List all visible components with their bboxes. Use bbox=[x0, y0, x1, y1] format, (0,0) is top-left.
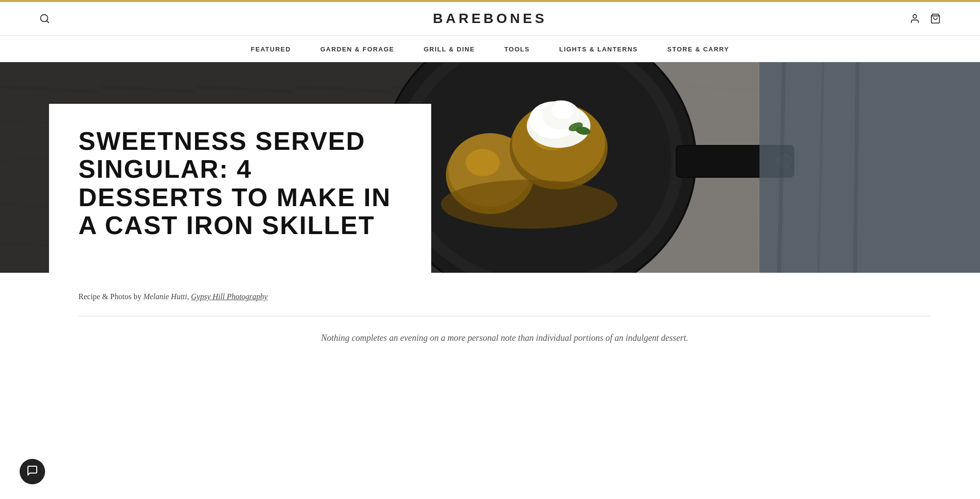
svg-line-1 bbox=[47, 21, 49, 23]
byline-link[interactable]: Gypsy Hill Photography bbox=[191, 292, 268, 301]
nav-item-garden-forage[interactable]: GARDEN & FORAGE bbox=[320, 46, 394, 53]
nav-item-featured[interactable]: FEATURED bbox=[251, 46, 291, 53]
nav-item-grill-dine[interactable]: GRILL & DINE bbox=[424, 46, 475, 53]
article-divider bbox=[78, 316, 931, 316]
hero-section: SWEETNESS SERVED SINGULAR: 4 DESSERTS TO… bbox=[0, 62, 980, 273]
search-button[interactable] bbox=[39, 13, 50, 24]
svg-point-28 bbox=[441, 180, 617, 229]
byline-static: Recipe & Photos by bbox=[78, 292, 143, 301]
search-icon bbox=[39, 13, 50, 24]
svg-point-2 bbox=[913, 15, 916, 18]
main-content: Recipe & Photos by Melanie Hutti, Gypsy … bbox=[0, 273, 980, 420]
svg-point-25 bbox=[552, 101, 573, 119]
svg-point-18 bbox=[466, 149, 500, 176]
svg-rect-33 bbox=[760, 62, 980, 273]
byline-author: Melanie Hutti, bbox=[143, 292, 189, 301]
main-nav: FEATURED GARDEN & FORAGE GRILL & DINE TO… bbox=[0, 36, 980, 62]
article-title: SWEETNESS SERVED SINGULAR: 4 DESSERTS TO… bbox=[78, 127, 402, 239]
svg-line-36 bbox=[855, 62, 858, 273]
header-left bbox=[39, 13, 78, 24]
article-card: SWEETNESS SERVED SINGULAR: 4 DESSERTS TO… bbox=[49, 104, 431, 273]
cart-button[interactable] bbox=[930, 13, 941, 24]
site-logo[interactable]: BAREBONES bbox=[78, 11, 902, 26]
account-button[interactable] bbox=[909, 13, 920, 24]
article-byline: Recipe & Photos by Melanie Hutti, Gypsy … bbox=[78, 292, 931, 301]
article-quote: Nothing completes an evening on a more p… bbox=[78, 331, 931, 345]
nav-item-lights-lanterns[interactable]: LIGHTS & LANTERNS bbox=[559, 46, 638, 53]
content-area: Recipe & Photos by Melanie Hutti, Gypsy … bbox=[0, 273, 980, 420]
nav-item-store-carry[interactable]: STORE & CARRY bbox=[667, 46, 729, 53]
nav-item-tools[interactable]: TOOLS bbox=[504, 46, 530, 53]
header-right bbox=[902, 13, 941, 24]
account-icon bbox=[909, 13, 920, 24]
cart-icon bbox=[930, 13, 941, 24]
header: BAREBONES bbox=[0, 2, 980, 36]
